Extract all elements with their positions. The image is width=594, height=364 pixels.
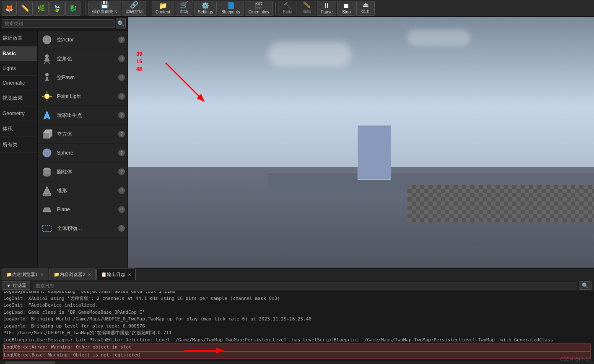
log-line-14: LogUObjectArray: Warning: Other object i… xyxy=(3,343,591,351)
category-item-6[interactable]: 体积 xyxy=(0,121,37,137)
toolbar-separator-3 xyxy=(275,2,276,15)
list-item-7[interactable]: 圆柱体? xyxy=(38,163,127,181)
tool-icon-2[interactable]: ✏️ xyxy=(18,1,33,16)
item-info-0[interactable]: ? xyxy=(118,36,125,43)
eject-button[interactable]: ⏏ 弹出 xyxy=(356,1,375,16)
list-item-0[interactable]: 空Actor? xyxy=(38,31,127,49)
scrollbar-thumb[interactable] xyxy=(5,361,55,364)
log-search-button[interactable]: 🔍 xyxy=(579,281,591,290)
list-item-6[interactable]: Sphere? xyxy=(38,144,127,163)
item-info-7[interactable]: ? xyxy=(118,168,125,175)
log-line-6: LogUObjectHash: Compacting FUObjectHashT… xyxy=(3,291,591,295)
edit-icon: ✏️ xyxy=(303,2,311,8)
blueprints-button[interactable]: 📘 Blueprints xyxy=(218,1,244,16)
list-item-9[interactable]: Plane? xyxy=(38,200,127,219)
viewport-cloud1 xyxy=(268,42,352,67)
log-line-10: LogWorld: Bringing World /Game/Maps/UEDP… xyxy=(3,316,591,323)
log-content[interactable]: PIE: New page: PIE会话: TwoMap (2023年11月30… xyxy=(0,291,594,361)
bottom-tab-0[interactable]: 📁 内容浏览器1✕ xyxy=(2,268,48,280)
content-button[interactable]: 📁 Content xyxy=(152,1,174,16)
stop-button[interactable]: ⏹ Stop xyxy=(337,1,355,16)
list-item-1[interactable]: 空角色? xyxy=(38,49,127,68)
category-item-2[interactable]: Lights xyxy=(0,61,37,76)
bottom-tab-2[interactable]: 📋 输出日志✕ xyxy=(96,268,136,280)
tab-icon-1: 📁 xyxy=(54,272,60,277)
build-label: Build xyxy=(283,10,292,14)
item-icon-7 xyxy=(40,165,54,178)
category-item-4[interactable]: 视觉效果 xyxy=(0,90,37,106)
category-item-1[interactable]: Basic xyxy=(0,46,37,61)
pause-button[interactable]: ⏸ Pause xyxy=(317,1,336,16)
item-info-4[interactable]: ? xyxy=(118,112,125,119)
log-search-input[interactable] xyxy=(33,282,576,289)
stop-icon: ⏹ xyxy=(343,3,350,9)
item-icon-2 xyxy=(40,71,54,84)
search-input[interactable] xyxy=(2,19,115,28)
item-info-5[interactable]: ? xyxy=(118,131,125,137)
build-button[interactable]: 🔨 Build xyxy=(278,1,297,16)
item-icon-3 xyxy=(40,90,54,103)
item-info-9[interactable]: ? xyxy=(118,206,125,213)
settings-button[interactable]: ⚙️ Settings xyxy=(194,1,217,16)
tab-close-1[interactable]: ✕ xyxy=(88,272,91,277)
item-label-1: 空角色 xyxy=(57,55,118,62)
cinematics-button[interactable]: 🎬 Cinematics xyxy=(245,1,273,16)
tool-icon-4[interactable]: 🍃 xyxy=(49,1,65,16)
log-line-7: LogInit: XAudio2 using '远程音频': 2 channel… xyxy=(3,295,591,302)
tab-icon-0: 📁 xyxy=(6,272,12,277)
tab-label-0: 内容浏览器1 xyxy=(12,271,38,278)
bottom-tab-1[interactable]: 📁 内容浏览器2✕ xyxy=(49,268,96,280)
edit-button[interactable]: ✏️ 编辑 xyxy=(298,1,316,16)
cinematics-icon: 🎬 xyxy=(254,3,263,9)
eject-icon: ⏏ xyxy=(363,2,369,8)
svg-point-17 xyxy=(43,149,51,157)
search-button[interactable]: 🔍 xyxy=(116,18,126,28)
source-control-button[interactable]: 🔗 源码控制 xyxy=(122,1,146,16)
source-label: 源码控制 xyxy=(126,9,143,15)
save-button[interactable]: 💾 保存当前关卡 xyxy=(88,1,121,16)
list-item-3[interactable]: Point Light? xyxy=(38,87,127,106)
category-item-5[interactable]: Geometry xyxy=(0,106,37,121)
stat-line-1: 39 xyxy=(136,50,142,58)
list-item-4[interactable]: 玩家出生点? xyxy=(38,106,127,125)
item-label-7: 圆柱体 xyxy=(57,168,118,176)
item-label-9: Plane xyxy=(57,207,118,212)
list-item-2[interactable]: 空Pawn? xyxy=(38,68,127,87)
items-list: 空Actor?空角色?空Pawn?Point Light?玩家出生点?立方体?S… xyxy=(38,31,127,268)
item-icon-1 xyxy=(40,52,54,65)
item-info-8[interactable]: ? xyxy=(118,187,125,194)
tool-icon-3[interactable]: 🌿 xyxy=(34,1,49,16)
item-info-10[interactable]: ? xyxy=(118,225,125,232)
tab-close-2[interactable]: ✕ xyxy=(128,272,131,277)
tab-label-1: 内容浏览器2 xyxy=(60,271,85,278)
settings-icon: ⚙️ xyxy=(201,3,210,9)
item-icon-6 xyxy=(40,146,54,160)
tab-close-0[interactable]: ✕ xyxy=(40,272,44,277)
item-icon-9 xyxy=(40,203,54,216)
item-icon-0 xyxy=(40,33,54,46)
item-info-6[interactable]: ? xyxy=(118,150,125,156)
log-search xyxy=(33,282,576,289)
list-item-10[interactable]: 全体积物…? xyxy=(38,219,127,238)
list-item-8[interactable]: 锥形? xyxy=(38,181,127,200)
item-info-1[interactable]: ? xyxy=(118,55,125,62)
log-horizontal-scrollbar[interactable] xyxy=(0,361,594,364)
item-label-4: 玩家出生点 xyxy=(57,112,118,119)
item-label-3: Point Light xyxy=(57,93,118,99)
item-info-2[interactable]: ? xyxy=(118,74,125,81)
list-item-5[interactable]: 立方体? xyxy=(38,125,127,144)
tool-icon-5[interactable]: 🐉 xyxy=(65,1,80,16)
tool-icon-1[interactable]: 🦊 xyxy=(2,1,17,16)
viewport[interactable]: 39 15 46 xyxy=(128,17,594,268)
item-icon-5 xyxy=(40,127,54,141)
item-label-8: 锥形 xyxy=(57,187,118,194)
filter-button[interactable]: ▼ 过滤器 xyxy=(3,281,30,290)
category-item-7[interactable]: 所有类 xyxy=(0,137,37,153)
market-button[interactable]: 🛒 市场 xyxy=(175,1,193,16)
content-label: Content xyxy=(156,10,170,14)
category-item-0[interactable]: 最近放置 xyxy=(0,31,37,46)
category-item-3[interactable]: Cinematic xyxy=(0,76,37,90)
svg-point-2 xyxy=(45,54,49,58)
item-info-3[interactable]: ? xyxy=(118,93,125,100)
edit-label: 编辑 xyxy=(303,9,311,15)
